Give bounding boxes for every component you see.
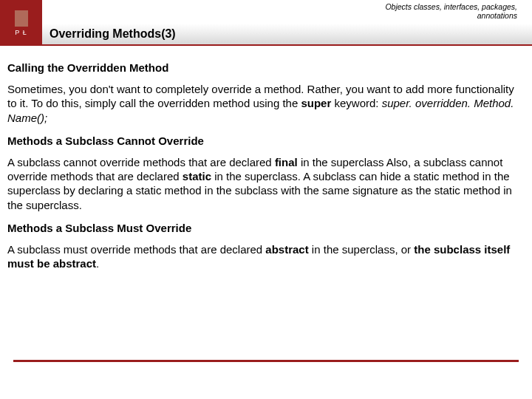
breadcrumb-line2: annotations <box>477 11 517 20</box>
footer-divider <box>13 360 519 362</box>
p3-text-b: in the superclass, or <box>309 243 415 256</box>
p3-text-a: A subclass must override methods that ar… <box>7 243 265 256</box>
logo-letters: P Ł <box>15 30 28 36</box>
para-must: A subclass must override methods that ar… <box>7 242 525 270</box>
slide-header: P Ł Objects classes, interfaces, package… <box>0 0 532 46</box>
heading-cannot: Methods a Subclass Cannot Override <box>7 134 525 148</box>
slide-content: Calling the Overridden Method Sometimes,… <box>0 46 532 270</box>
breadcrumb: Objects classes, interfaces, packages, a… <box>385 3 517 20</box>
p2-final: final <box>275 156 298 168</box>
para-cannot: A subclass cannot override methods that … <box>7 155 525 212</box>
p2-static: static <box>183 170 211 183</box>
title-area: Objects classes, interfaces, packages, a… <box>42 0 532 46</box>
institution-logo: P Ł <box>0 0 42 46</box>
p3-text-c: . <box>96 257 99 270</box>
para-calling: Sometimes, you don't want to completely … <box>7 82 525 125</box>
shield-icon <box>15 10 28 27</box>
heading-must: Methods a Subclass Must Override <box>7 221 525 235</box>
title-bar: Overriding Methods(3) <box>42 24 532 46</box>
p3-abstract: abstract <box>265 243 308 256</box>
p1-text-b: keyword: <box>331 97 381 109</box>
slide-title: Overriding Methods(3) <box>50 27 176 41</box>
breadcrumb-line1: Objects classes, interfaces, packages, <box>385 2 517 11</box>
p1-super: super <box>301 97 331 109</box>
heading-calling: Calling the Overridden Method <box>7 61 525 75</box>
p2-text-a: A subclass cannot override methods that … <box>7 156 275 168</box>
